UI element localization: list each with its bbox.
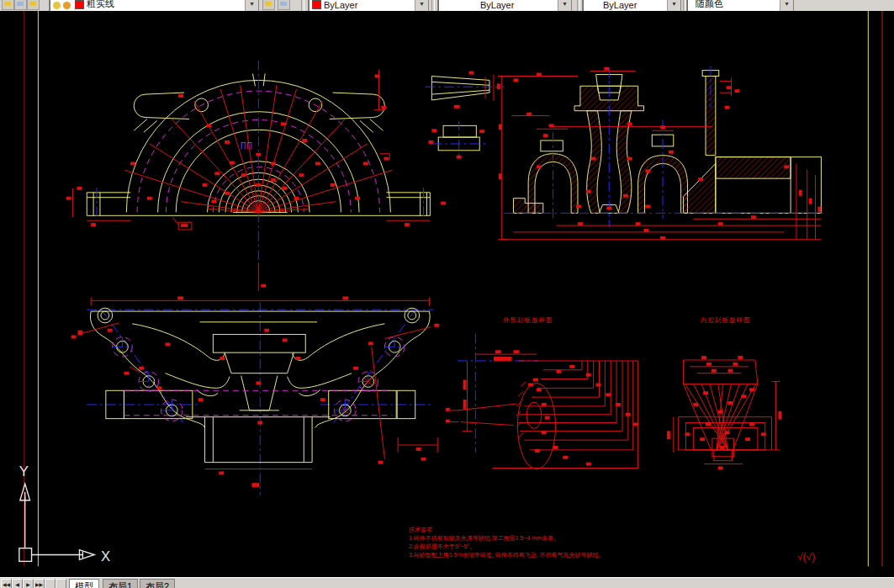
lineweight-dropdown-arrow[interactable]: ▾ (667, 0, 680, 11)
tab-nav-next-button[interactable]: ▶ (23, 579, 34, 588)
front-view-dim-text-blobs (66, 75, 446, 288)
layer-color-swatch (75, 0, 84, 9)
notes-title: 技术要求 (409, 526, 605, 534)
toolbar-separator (431, 0, 435, 12)
current-lineweight-value: ByLayer (603, 0, 637, 10)
front-view-bearing-housing: ∏∏ (66, 61, 446, 291)
layer-dropdown[interactable]: 粗实线 ▾ (49, 0, 259, 12)
current-color-value: ByLayer (324, 0, 357, 10)
properties-toolbar: 粗实线 ▾ ByLayer ▾ ByLayer ▾ ByLayer ▾ 随颜色 … (0, 0, 894, 12)
plan-bolt-holes (98, 308, 420, 421)
drawing-svg: .y{stroke:#eded7a;stroke-width:1;fill:no… (0, 11, 894, 577)
toolbar-separator (301, 0, 304, 12)
core-print-detail-tapered (426, 72, 505, 109)
parting-line-mark: ∏∏ (241, 140, 253, 149)
plotstyle-dropdown-arrow[interactable]: ▾ (780, 0, 793, 11)
current-color-swatch (312, 0, 321, 9)
layers-manager-icon[interactable] (2, 0, 14, 10)
layout-tab-bar: ◀◀ ◀ ▶ ▶▶ 模型 布局1 布局2 (0, 577, 894, 588)
section-view (498, 66, 824, 240)
current-linetype-value: ByLayer (480, 0, 514, 10)
notes-line-1: 1.铸件不得有裂纹及夹渣等缺陷 加工面留1.5~4 mm余量。 (409, 534, 605, 543)
technical-notes: 技术要求 1.铸件不得有裂纹及夹渣等缺陷 加工面留1.5~4 mm余量。 2.拔… (409, 526, 605, 559)
template-diagram-right (667, 356, 781, 469)
plan-dim-text-blobs (71, 296, 440, 487)
layer-isolate-icon[interactable] (278, 0, 290, 10)
notes-line-2: 2.拔模斜度不大于3°~5°。 (409, 543, 605, 551)
linetype-dropdown-arrow[interactable]: ▾ (558, 0, 571, 11)
template-left-title: 外形刮板放样图 (503, 316, 553, 325)
current-layer-name: 粗实线 (87, 0, 114, 10)
plotstyle-control-dropdown[interactable]: 随颜色 ▾ (686, 0, 794, 12)
make-layer-current-icon[interactable] (27, 0, 40, 10)
layer-thaw-sun-icon (63, 2, 71, 9)
layer-on-bulb-icon (53, 2, 61, 9)
tab-nav-first-button[interactable]: ◀◀ (1, 579, 12, 588)
template-diagram-left (446, 334, 638, 469)
section-dim-text-blobs (499, 67, 822, 240)
ucs-icon: Y X (19, 464, 110, 564)
color-dropdown-arrow[interactable]: ▾ (415, 0, 428, 11)
layer-dropdown-arrow[interactable]: ▾ (245, 0, 258, 11)
ucs-x-label: X (101, 548, 110, 564)
layer-previous-icon[interactable] (262, 0, 275, 10)
current-plotstyle-value: 随颜色 (696, 0, 723, 10)
tab-layout2[interactable]: 布局2 (140, 579, 175, 588)
tab-layout1[interactable]: 布局1 (103, 579, 138, 588)
tab-model[interactable]: 模型 (69, 579, 99, 588)
tab-nav-extra-button[interactable] (45, 579, 56, 588)
template-left-dim-blobs (446, 350, 638, 465)
tab-nav-last-button[interactable]: ▶▶ (34, 579, 45, 588)
linetype-control-dropdown[interactable]: ByLayer ▾ (437, 0, 572, 12)
layer-states-icon[interactable] (14, 0, 27, 10)
plan-view (71, 296, 440, 495)
cad-application-window: 粗实线 ▾ ByLayer ▾ ByLayer ▾ ByLayer ▾ 随颜色 … (0, 0, 894, 588)
ucs-y-label: Y (19, 464, 29, 479)
toolbar-separator (577, 0, 580, 12)
notes-line-3: 3.与砂型配上用1.5%收缩率铸造, 铸件不得有飞边, 不得有气孔夹砂等缺陷。 (409, 551, 605, 559)
tab-nav-prev-button[interactable]: ◀ (12, 579, 23, 588)
color-control-dropdown[interactable]: ByLayer ▾ (308, 0, 429, 12)
core-print-detail-stacked (428, 120, 486, 158)
surface-finish-symbol: √(√) (797, 551, 815, 563)
model-space-canvas[interactable]: .y{stroke:#eded7a;stroke-width:1;fill:no… (0, 11, 894, 577)
tab-nav-extra-button2[interactable] (56, 579, 66, 588)
template-right-title: 内腔刮板放样图 (701, 316, 751, 325)
lineweight-control-dropdown[interactable]: ByLayer ▾ (582, 0, 681, 12)
